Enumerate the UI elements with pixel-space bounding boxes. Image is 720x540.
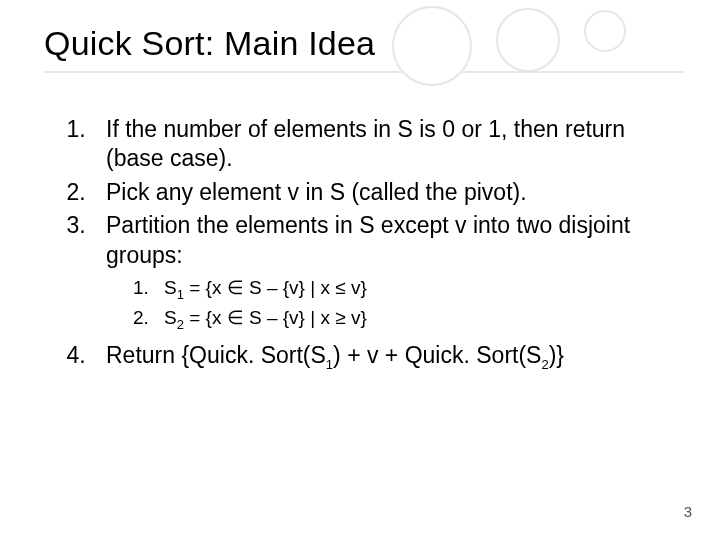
formula-part: = {x ∈ S – {v} | x ≥ v} <box>184 307 367 328</box>
formula-part: S <box>164 277 177 298</box>
bubble-icon <box>496 8 560 72</box>
formula-part: )} <box>549 342 564 368</box>
formula-part: Return {Quick. Sort(S <box>106 342 326 368</box>
step-text: Partition the elements in S except v int… <box>106 212 630 267</box>
slide-body: If the number of elements in S is 0 or 1… <box>44 115 684 373</box>
subscript: 2 <box>541 357 548 372</box>
subscript: 2 <box>177 316 184 331</box>
subscript: 1 <box>177 287 184 302</box>
step-text: Pick any element v in S (called the pivo… <box>106 179 527 205</box>
slide: Quick Sort: Main Idea If the number of e… <box>0 0 720 540</box>
main-list: If the number of elements in S is 0 or 1… <box>44 115 684 373</box>
bubble-icon <box>584 10 626 52</box>
list-item: Return {Quick. Sort(S1) + v + Quick. Sor… <box>92 341 684 373</box>
formula-part: = {x ∈ S – {v} | x ≤ v} <box>184 277 367 298</box>
bubble-icon <box>392 6 472 86</box>
list-item: S1 = {x ∈ S – {v} | x ≤ v} <box>154 276 684 303</box>
page-number: 3 <box>684 503 692 520</box>
formula-part: S <box>164 307 177 328</box>
subscript: 1 <box>326 357 333 372</box>
decorative-bubbles <box>392 6 626 86</box>
step-text: If the number of elements in S is 0 or 1… <box>106 116 625 171</box>
list-item: If the number of elements in S is 0 or 1… <box>92 115 684 174</box>
formula-part: ) + v + Quick. Sort(S <box>333 342 541 368</box>
list-item: S2 = {x ∈ S – {v} | x ≥ v} <box>154 306 684 333</box>
sub-list: S1 = {x ∈ S – {v} | x ≤ v} S2 = {x ∈ S –… <box>106 276 684 333</box>
list-item: Pick any element v in S (called the pivo… <box>92 178 684 207</box>
list-item: Partition the elements in S except v int… <box>92 211 684 333</box>
